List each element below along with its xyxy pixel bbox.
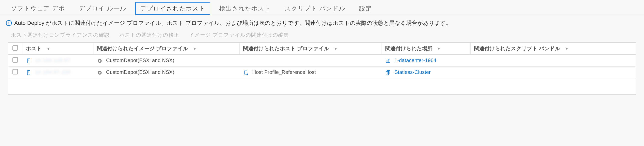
cluster-icon	[385, 70, 391, 76]
tab-settings[interactable]: 設定	[354, 2, 377, 15]
filter-icon[interactable]	[565, 45, 569, 52]
action-edit-image-profile[interactable]: イメージ プロファイルの関連付けの編集	[189, 31, 289, 38]
svg-rect-7	[28, 71, 30, 73]
image-profile-name: CustomDepot(ESXi and NSX)	[106, 69, 174, 75]
hosts-table: ホスト 関連付けられたイメージ プロファイル 関連付けられたホスト プロファイル	[8, 42, 636, 95]
info-text: Auto Deploy がホストに関連付けたイメージ プロファイル、ホスト プロ…	[14, 19, 452, 27]
col-image-profile-header: 関連付けられたイメージ プロファイル	[97, 45, 188, 51]
col-location-header: 関連付けられた場所	[385, 45, 432, 51]
datacenter-icon	[385, 58, 391, 64]
svg-point-3	[99, 60, 101, 62]
svg-rect-10	[244, 71, 247, 74]
col-script-bundle-header: 関連付けられたスクリプト バンドル	[474, 45, 560, 51]
tab-deploy-rules[interactable]: デプロイ ルール	[74, 2, 131, 15]
svg-rect-1	[28, 59, 30, 61]
info-icon: i	[6, 20, 12, 26]
action-check-compliance[interactable]: ホスト関連付けコンプライアンスの確認	[11, 31, 110, 38]
host-icon	[26, 70, 32, 76]
host-name: 10.184.120.97	[35, 57, 70, 63]
info-banner: i Auto Deploy がホストに関連付けたイメージ プロファイル、ホスト …	[0, 15, 644, 29]
col-host-profile-header: 関連付けられたホスト プロファイル	[243, 45, 329, 51]
host-icon	[26, 58, 32, 64]
svg-rect-5	[388, 59, 390, 62]
tab-bar: ソフトウェア デポ デプロイ ルール デプロイされたホスト 検出されたホスト ス…	[0, 0, 644, 15]
host-profile-name: Host Profile_ReferenceHost	[252, 69, 316, 75]
filter-icon[interactable]	[46, 45, 50, 52]
filter-icon[interactable]	[437, 45, 441, 52]
host-name: 10.184.97.220	[35, 69, 70, 75]
filter-icon[interactable]	[334, 45, 338, 52]
table-row[interactable]: 10.184.120.97 CustomDepot(ESXi and NSX) …	[8, 55, 636, 67]
tab-software-depot[interactable]: ソフトウェア デポ	[6, 2, 70, 15]
table-row[interactable]: 10.184.97.220 CustomDepot(ESXi and NSX) …	[8, 67, 636, 78]
image-profile-icon	[97, 70, 103, 76]
tab-script-bundles[interactable]: スクリプト バンドル	[280, 2, 350, 15]
table-spacer	[8, 78, 636, 94]
svg-point-9	[99, 72, 101, 73]
action-bar: ホスト関連付けコンプライアンスの確認 ホストの関連付けの修正 イメージ プロファ…	[0, 29, 644, 42]
row-checkbox[interactable]	[12, 69, 18, 74]
image-profile-icon	[97, 58, 103, 64]
select-all-checkbox[interactable]	[12, 45, 18, 51]
host-profile-icon	[243, 70, 249, 76]
svg-rect-4	[386, 60, 388, 62]
row-checkbox[interactable]	[12, 57, 18, 63]
tab-discovered-hosts[interactable]: 検出されたホスト	[214, 2, 276, 15]
col-host-header: ホスト	[26, 45, 42, 51]
location-link[interactable]: 1-datacenter-1964	[394, 57, 436, 63]
location-link[interactable]: Statless-Cluster	[394, 69, 431, 75]
tab-deployed-hosts[interactable]: デプロイされたホスト	[135, 2, 210, 15]
image-profile-name: CustomDepot(ESXi and NSX)	[106, 57, 174, 63]
action-remediate[interactable]: ホストの関連付けの修正	[119, 31, 179, 38]
filter-icon[interactable]	[193, 45, 197, 52]
